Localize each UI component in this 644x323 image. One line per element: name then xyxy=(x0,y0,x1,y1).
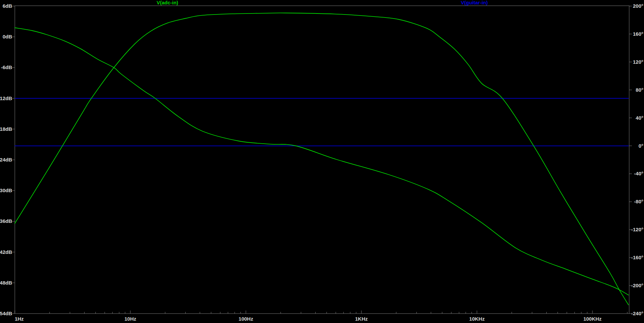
x-tick-label: 10Hz xyxy=(124,316,136,322)
x-tick-label: 1Hz xyxy=(15,316,24,322)
y-right-tick-label: -120° xyxy=(631,227,643,232)
right-axis[interactable] xyxy=(629,6,644,314)
y-right-tick-label: -80° xyxy=(634,199,643,204)
adc-in-phase-curve xyxy=(15,28,629,295)
x-tick-label: 100Hz xyxy=(238,316,253,322)
y-right-tick-label: 120° xyxy=(633,59,643,65)
x-tick-label: 1KHz xyxy=(355,316,368,322)
x-tick-label: 100KHz xyxy=(583,316,602,322)
y-left-tick-label: -36dB xyxy=(0,218,12,224)
y-left-tick-label: 6dB xyxy=(3,3,12,9)
adc-in-magnitude-curve xyxy=(15,13,629,305)
y-left-tick-label: -12dB xyxy=(0,95,12,101)
y-right-tick-label: -160° xyxy=(631,255,643,260)
x-tick-label: 10KHz xyxy=(469,316,485,322)
y-right-tick-label: -240° xyxy=(631,311,643,316)
bode-plot-canvas: 6dB0dB-6dB-12dB-18dB-24dB-30dB-36dB-42dB… xyxy=(0,0,644,323)
y-right-tick-label: 160° xyxy=(633,31,643,37)
y-right-tick-label: 0° xyxy=(639,143,643,149)
y-left-tick-label: -24dB xyxy=(0,157,12,163)
y-left-tick-label: 0dB xyxy=(3,34,12,39)
y-right-tick-label: 40° xyxy=(636,115,643,121)
y-left-tick-label: -30dB xyxy=(0,187,12,193)
plot-border xyxy=(15,6,629,314)
y-right-tick-label: 200° xyxy=(633,3,643,9)
waveform-viewer: V(adc-in) V(guitar-in) 6dB0dB-6dB-12dB-1… xyxy=(0,0,644,323)
y-left-tick-label: -48dB xyxy=(0,280,12,286)
bottom-axis[interactable] xyxy=(15,314,629,323)
y-right-tick-label: -40° xyxy=(634,171,643,176)
y-left-tick-label: -54dB xyxy=(0,311,12,316)
y-right-tick-label: 80° xyxy=(636,87,643,93)
y-right-tick-label: -200° xyxy=(631,283,643,288)
y-left-tick-label: -42dB xyxy=(0,249,12,255)
y-left-tick-label: -18dB xyxy=(0,126,12,132)
y-left-tick-label: -6dB xyxy=(1,64,12,70)
